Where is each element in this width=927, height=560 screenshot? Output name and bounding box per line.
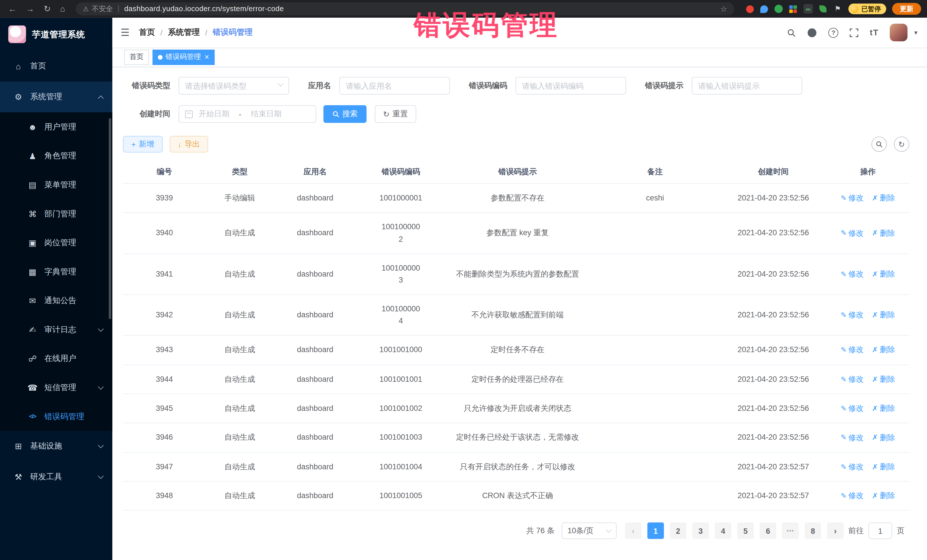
edit-link[interactable]: ✎修改 [840, 309, 864, 321]
error-code-input[interactable] [515, 77, 626, 94]
page-button-1[interactable]: 1 [647, 523, 664, 539]
delete-link[interactable]: ✗删除 [872, 432, 895, 444]
close-tab-icon[interactable]: × [205, 52, 209, 61]
bookmark-star-icon[interactable]: ☆ [720, 5, 727, 14]
table-row: 3941自动生成dashboard100100000 3不能删除类型为系统内置的… [123, 254, 909, 295]
delete-link[interactable]: ✗删除 [872, 309, 895, 321]
cell-hint: CRON 表达式不正确 [445, 481, 590, 510]
sidebar-scrollbar[interactable] [109, 118, 111, 319]
sidebar-item-audit-log[interactable]: ✍审计日志 [0, 315, 112, 344]
error-type-select-input[interactable] [179, 77, 289, 94]
page-button-8[interactable]: 8 [805, 523, 821, 539]
cell-type: 手动编辑 [206, 184, 274, 213]
page-button-6[interactable]: 6 [760, 523, 776, 539]
on-extension-icon[interactable]: on [804, 4, 813, 14]
edit-link[interactable]: ✎修改 [840, 227, 864, 239]
delete-link[interactable]: ✗删除 [872, 344, 895, 356]
cell-hint: 定时任务已经处于该状态，无需修改 [445, 423, 590, 452]
edit-link[interactable]: ✎修改 [840, 344, 864, 356]
error-hint-input[interactable] [692, 77, 802, 94]
grid-extension-icon[interactable] [789, 5, 797, 13]
avatar[interactable] [890, 24, 907, 41]
update-button[interactable]: 更新 [892, 3, 921, 15]
sidebar-item-departments[interactable]: ⌘部门管理 [0, 199, 112, 228]
forward-icon[interactable]: → [26, 4, 34, 14]
record-extension-icon[interactable] [746, 5, 754, 13]
sidebar-item-online-users[interactable]: ☍在线用户 [0, 344, 112, 373]
green-extension-icon[interactable] [774, 5, 783, 13]
blue-extension-icon[interactable] [760, 5, 768, 13]
address-bar[interactable]: ⚠ 不安全 dashboard.yudao.iocoder.cn/system/… [76, 2, 734, 15]
sidebar-item-users[interactable]: ☻用户管理 [0, 112, 112, 141]
edit-link[interactable]: ✎修改 [840, 373, 864, 385]
page-button-5[interactable]: 5 [737, 523, 754, 539]
delete-link[interactable]: ✗删除 [872, 373, 895, 385]
download-icon: ↓ [178, 140, 181, 149]
delete-link[interactable]: ✗删除 [872, 461, 895, 473]
delete-link[interactable]: ✗删除 [872, 192, 895, 204]
page-size-select[interactable]: 10条/页 [562, 523, 617, 539]
avatar-emoji-icon [851, 5, 859, 13]
refresh-table-button[interactable]: ↻ [894, 137, 909, 152]
sidebar-item-menus[interactable]: ▤菜单管理 [0, 170, 112, 199]
sidebar-toggle[interactable]: ☰ [121, 26, 130, 39]
logo[interactable]: 芋道管理系统 [0, 18, 112, 51]
browser-home-icon[interactable]: ⌂ [60, 4, 65, 14]
reset-button[interactable]: ↻ 重置 [375, 105, 416, 123]
docs-icon[interactable]: ? [828, 27, 838, 37]
prev-page-button[interactable]: ‹ [625, 523, 641, 539]
sidebar-item-dictionary[interactable]: ▦字典管理 [0, 257, 112, 286]
reload-icon[interactable]: ↻ [44, 4, 50, 14]
edit-link[interactable]: ✎修改 [840, 490, 864, 502]
tab-error-code[interactable]: 错误码管理× [153, 49, 214, 65]
edit-link[interactable]: ✎修改 [840, 403, 864, 414]
edit-link[interactable]: ✎修改 [840, 432, 864, 444]
chevron-down-icon [98, 384, 104, 390]
page-button-2[interactable]: 2 [670, 523, 686, 539]
sidebar-item-label: 用户管理 [44, 121, 76, 132]
page-button-3[interactable]: 3 [692, 523, 709, 539]
delete-link[interactable]: ✗删除 [872, 403, 895, 414]
leaf-extension-icon[interactable] [819, 5, 827, 12]
delete-link[interactable]: ✗删除 [872, 268, 895, 280]
next-page-button[interactable]: › [827, 523, 844, 539]
goto-page-input[interactable] [869, 523, 892, 539]
sidebar-item-devtools[interactable]: ⚒研发工具 [0, 461, 112, 492]
sidebar-item-sms[interactable]: ☎短信管理 [0, 373, 112, 402]
toggle-search-button[interactable] [871, 137, 887, 152]
edit-link[interactable]: ✎修改 [840, 192, 864, 204]
error-type-select[interactable] [179, 77, 289, 94]
back-icon[interactable]: ← [8, 4, 17, 14]
font-size-icon[interactable]: tT [870, 28, 879, 37]
chevron-down-icon [606, 527, 612, 533]
caret-down-icon[interactable]: ▾ [914, 29, 917, 36]
breadcrumb-home[interactable]: 首页 [139, 27, 155, 38]
search-icon[interactable] [787, 28, 796, 37]
fullscreen-icon[interactable] [850, 28, 859, 37]
edit-link[interactable]: ✎修改 [840, 461, 864, 473]
sidebar-item-roles[interactable]: ♟角色管理 [0, 141, 112, 170]
delete-link[interactable]: ✗删除 [872, 490, 895, 502]
position-icon: ▣ [27, 238, 38, 247]
edit-link[interactable]: ✎修改 [840, 268, 864, 280]
delete-link[interactable]: ✗删除 [872, 227, 895, 239]
create-time-range-picker[interactable]: 开始日期 - 结束日期 [179, 105, 316, 123]
profile-paused-chip[interactable]: 已暂停 [848, 3, 886, 14]
page-button-4[interactable]: 4 [715, 523, 731, 539]
sidebar-menu: ⌂首页⚙系统管理☻用户管理♟角色管理▤菜单管理⌘部门管理▣岗位管理▦字典管理✉通… [0, 51, 112, 492]
sidebar-item-positions[interactable]: ▣岗位管理 [0, 228, 112, 257]
pinned-extension-icon[interactable]: ⚑ [833, 4, 842, 14]
pager-more[interactable]: ••• [782, 523, 799, 539]
search-button[interactable]: 搜索 [324, 105, 366, 123]
sidebar-item-infrastructure[interactable]: ⊞基础设施 [0, 431, 112, 461]
sidebar-item-system[interactable]: ⚙系统管理 [0, 82, 112, 112]
app-name-input[interactable] [339, 77, 450, 94]
add-button[interactable]: + 新增 [123, 136, 162, 153]
tab-home[interactable]: 首页 [124, 49, 149, 65]
sidebar-item-announcements[interactable]: ✉通知公告 [0, 286, 112, 315]
export-button[interactable]: ↓ 导出 [169, 136, 208, 153]
github-icon[interactable] [807, 27, 817, 37]
sidebar-item-home[interactable]: ⌂首页 [0, 51, 112, 82]
breadcrumb-system[interactable]: 系统管理 [168, 27, 200, 38]
sidebar-item-error-code[interactable]: </>错误码管理 [0, 402, 112, 431]
